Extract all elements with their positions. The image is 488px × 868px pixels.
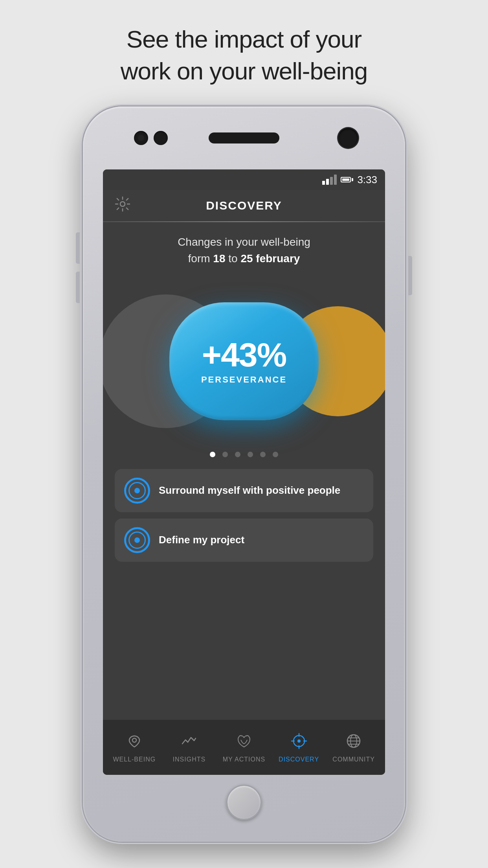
phone-shell: 3:33 DISCOVERY Changes in your well-bein… (83, 107, 405, 842)
screen-content: Changes in your well-being form 18 to 25… (103, 222, 385, 720)
main-stat-bubble[interactable]: +43% PERSEVERANCE (169, 302, 319, 420)
front-camera-left (134, 131, 148, 145)
page-title: See the impact of your work on your well… (121, 24, 367, 87)
pagination-dot-1[interactable] (210, 452, 215, 457)
bubble-percentage-value: +43% (202, 338, 286, 371)
volume-buttons (76, 232, 80, 303)
nav-item-my-actions[interactable]: MY ACTIONS (216, 732, 272, 763)
signal-icon (322, 175, 337, 185)
volume-down-button (76, 272, 80, 303)
bubble-area: +43% PERSEVERANCE (111, 279, 377, 444)
nav-item-discovery[interactable]: DISCOVERY (272, 732, 327, 763)
bubble-category-label: PERSEVERANCE (201, 375, 287, 385)
phone-top-bezel (83, 107, 405, 169)
pagination-dot-5[interactable] (260, 452, 266, 457)
action-card-1-text: Surround myself with positive people (159, 484, 340, 497)
svg-point-1 (132, 738, 136, 742)
home-button[interactable] (226, 785, 262, 820)
my-actions-icon (235, 732, 253, 753)
target-icon-1 (124, 478, 150, 504)
well-being-label: WELL-BEING (113, 756, 156, 763)
svg-point-3 (297, 739, 301, 743)
insights-label: INSIGHTS (173, 756, 206, 763)
pagination-dot-4[interactable] (248, 452, 253, 457)
bottom-navigation: WELL-BEING INSIGHTS (103, 720, 385, 775)
action-card-2-text: Define my project (159, 533, 244, 547)
status-time: 3:33 (357, 174, 377, 186)
well-being-icon (125, 732, 143, 753)
action-cards-list: Surround myself with positive people Def… (111, 469, 377, 562)
earpiece-speaker (209, 132, 279, 143)
phone-bottom-bezel (83, 775, 405, 830)
app-header: DISCOVERY (103, 190, 385, 221)
volume-up-button (76, 232, 80, 264)
pagination-dot-3[interactable] (235, 452, 240, 457)
action-card-2[interactable]: Define my project (115, 519, 373, 562)
front-camera-right (154, 131, 168, 145)
pagination-dots (210, 452, 278, 457)
discovery-icon (290, 732, 308, 753)
status-bar: 3:33 (103, 169, 385, 190)
pagination-dot-2[interactable] (222, 452, 228, 457)
nav-item-community[interactable]: COMMUNITY (326, 732, 381, 763)
phone-screen: 3:33 DISCOVERY Changes in your well-bein… (103, 169, 385, 775)
battery-icon (341, 177, 353, 182)
svg-point-0 (120, 202, 125, 206)
nav-item-insights[interactable]: INSIGHTS (162, 732, 217, 763)
action-card-1[interactable]: Surround myself with positive people (115, 469, 373, 512)
settings-icon[interactable] (115, 196, 130, 215)
power-button (408, 256, 412, 295)
my-actions-label: MY ACTIONS (223, 756, 265, 763)
wellbeing-date-text: Changes in your well-being form 18 to 25… (178, 234, 310, 267)
nav-item-well-being[interactable]: WELL-BEING (107, 732, 162, 763)
phone-mockup: 3:33 DISCOVERY Changes in your well-bein… (75, 107, 413, 853)
community-label: COMMUNITY (332, 756, 375, 763)
target-icon-2 (124, 527, 150, 553)
screen-title: DISCOVERY (206, 199, 282, 212)
pagination-dot-6[interactable] (273, 452, 278, 457)
selfie-camera (338, 128, 358, 148)
community-icon (345, 732, 363, 753)
insights-icon (180, 732, 198, 753)
discovery-label: DISCOVERY (279, 756, 319, 763)
